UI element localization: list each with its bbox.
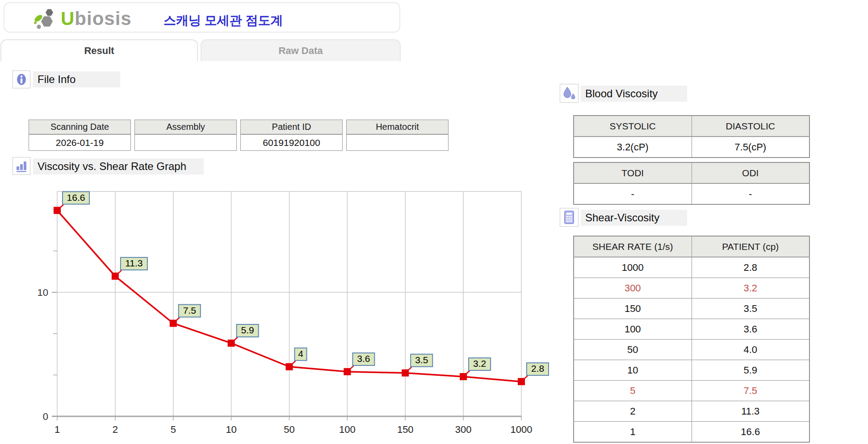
patient-cell: 16.6	[692, 422, 809, 443]
patient-cell: 3.2	[692, 278, 809, 299]
data-point-marker	[228, 340, 235, 347]
shear-table-row: 105.9	[574, 360, 809, 381]
graph-title: Viscosity vs. Shear Rate Graph	[33, 158, 204, 174]
index-table: TODI ODI - -	[573, 162, 810, 205]
tab-result[interactable]: Result	[0, 39, 198, 61]
ubiosis-logo: Ubiosis	[32, 7, 132, 31]
todi-header: TODI	[574, 162, 692, 183]
shear-table-row: 3003.2	[574, 278, 809, 299]
shear-rate-cell: 300	[574, 278, 692, 299]
data-point-label: 5.9	[241, 325, 254, 335]
odi-value: -	[692, 183, 809, 204]
field-hematocrit: Hematocrit	[346, 120, 449, 151]
logo-wordmark: Ubiosis	[61, 8, 132, 29]
info-icon	[15, 72, 28, 87]
systolic-value: 3.2(cP)	[574, 137, 692, 158]
x-tick-label: 2	[113, 424, 118, 435]
y-tick-label: 10	[38, 287, 48, 298]
x-tick-label: 50	[284, 424, 294, 435]
field-patient-id-label: Patient ID	[241, 120, 342, 135]
y-tick-label: 0	[43, 411, 48, 422]
patient-cell: 2.8	[692, 257, 809, 278]
diastolic-value: 7.5(cP)	[692, 137, 809, 158]
blood-viscosity-icon-box	[560, 84, 579, 103]
shear-table-row: 57.5	[574, 381, 809, 401]
data-point-label: 7.5	[183, 305, 196, 315]
field-assembly: Assembly	[134, 120, 237, 151]
viscosity-chart: 0101251050100150300100016.611.37.55.943.…	[0, 187, 558, 444]
patient-cell: 3.5	[692, 299, 809, 319]
field-patient-id-value: 60191920100	[241, 135, 342, 150]
shear-rate-header: SHEAR RATE (1/s)	[574, 236, 692, 257]
tab-result-label: Result	[84, 45, 114, 57]
shear-rate-cell: 10	[574, 360, 692, 381]
graph-icon-box	[13, 157, 30, 175]
tab-raw-data-label: Raw Data	[278, 45, 323, 57]
shear-rate-cell: 5	[574, 381, 692, 401]
app-root: Ubiosis 스캐닝 모세관 점도계 Result Raw Data File…	[0, 0, 868, 444]
data-point-label: 11.3	[125, 258, 143, 268]
header-card: Ubiosis 스캐닝 모세관 점도계	[4, 2, 400, 33]
data-point-label: 4	[298, 349, 303, 359]
x-tick-label: 100	[339, 424, 356, 435]
shear-rate-cell: 1000	[574, 257, 692, 278]
x-tick-label: 5	[171, 424, 176, 435]
shear-rate-cell: 50	[574, 340, 692, 360]
data-point-label: 2.8	[531, 363, 544, 373]
patient-cell: 5.9	[692, 360, 809, 381]
app-title-korean: 스캐닝 모세관 점도계	[164, 12, 283, 29]
field-scanning-date: Scanning Date 2026-01-19	[29, 120, 131, 151]
field-assembly-label: Assembly	[135, 120, 236, 135]
systolic-header: SYSTOLIC	[574, 116, 692, 137]
data-point-marker	[518, 378, 525, 385]
tab-raw-data[interactable]: Raw Data	[201, 39, 401, 61]
diastolic-header: DIASTOLIC	[692, 116, 809, 137]
x-tick-label: 150	[397, 424, 414, 435]
todi-value: -	[574, 183, 692, 204]
shear-rate-cell: 2	[574, 401, 692, 422]
shear-viscosity-icon-box	[560, 208, 579, 227]
pressure-table: SYSTOLIC DIASTOLIC 3.2(cP) 7.5(cP)	[573, 115, 810, 158]
patient-cell: 4.0	[692, 340, 809, 360]
x-tick-label: 1	[55, 424, 60, 435]
data-point-marker	[286, 363, 293, 370]
shear-table-row: 10002.8	[574, 257, 809, 278]
data-point-marker	[402, 369, 409, 377]
shear-table-row: 504.0	[574, 340, 809, 360]
shear-table-row: 211.3	[574, 401, 809, 422]
ubiosis-logo-icon	[32, 7, 58, 31]
file-info-title: File Info	[33, 71, 120, 87]
shear-rate-cell: 150	[574, 299, 692, 319]
shear-rate-cell: 1	[574, 422, 692, 443]
shear-rate-cell: 100	[574, 319, 692, 340]
data-point-marker	[112, 273, 119, 280]
shear-viscosity-title: Shear-Viscosity	[581, 210, 687, 226]
x-tick-label: 10	[226, 424, 236, 435]
calculator-icon	[562, 210, 576, 225]
data-point-label: 3.5	[415, 355, 428, 365]
data-point-marker	[460, 373, 467, 380]
patient-cell: 11.3	[692, 401, 809, 422]
x-tick-label: 300	[455, 424, 472, 435]
field-hematocrit-value	[347, 135, 448, 150]
x-tick-label: 1000	[511, 424, 533, 435]
patient-cell: 7.5	[692, 381, 809, 401]
data-point-label: 16.6	[67, 192, 85, 203]
blood-drops-icon	[562, 86, 576, 100]
patient-cell: 3.6	[692, 319, 809, 340]
patient-header: PATIENT (cp)	[692, 236, 809, 257]
data-point-marker	[344, 368, 351, 375]
field-assembly-value	[135, 135, 236, 150]
shear-table-row: 116.6	[574, 422, 809, 443]
data-point-marker	[54, 207, 61, 214]
blood-viscosity-title: Blood Viscosity	[581, 86, 687, 102]
field-scanning-date-label: Scanning Date	[29, 120, 130, 135]
file-info-icon-box	[13, 71, 30, 88]
shear-viscosity-table: SHEAR RATE (1/s) PATIENT (cp) 10002.8300…	[573, 236, 810, 443]
field-hematocrit-label: Hematocrit	[347, 120, 448, 135]
shear-table-row: 1503.5	[574, 299, 809, 319]
field-patient-id: Patient ID 60191920100	[240, 120, 343, 151]
bar-chart-icon	[15, 159, 28, 173]
odi-header: ODI	[692, 162, 809, 183]
data-point-marker	[170, 320, 177, 327]
